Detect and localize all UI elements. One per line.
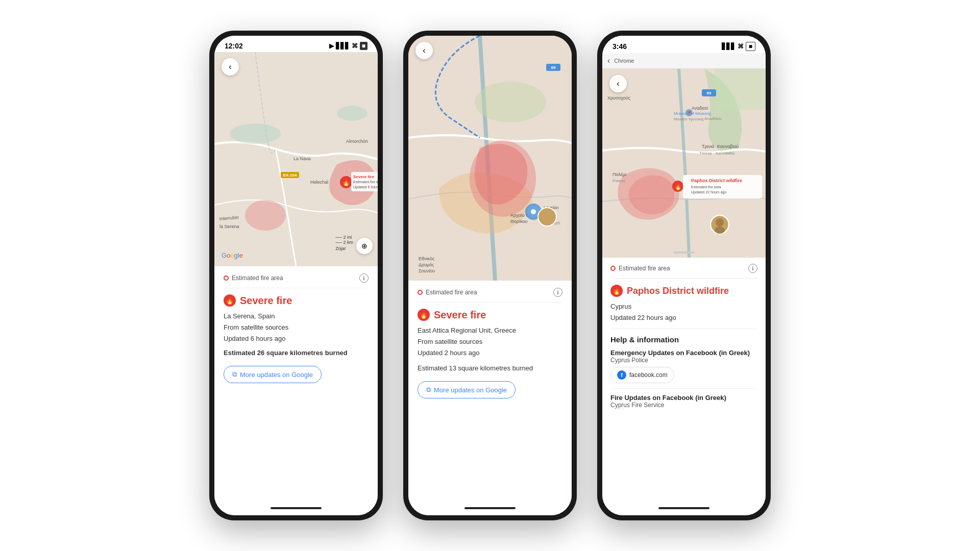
svg-text:Paphos District wildfire: Paphos District wildfire (691, 178, 742, 183)
wifi-icon-1: ⌘ (352, 42, 358, 49)
phone-1: 12:02 ▶ ▋▋▋ ⌘ ■ (209, 31, 383, 520)
svg-text:Πολέμι: Πολέμι (612, 172, 626, 177)
google-logo-1: Google (222, 252, 243, 259)
home-indicator-2 (408, 501, 572, 515)
svg-point-3 (245, 200, 286, 231)
fire-info-3: Cyprus Updated 22 hours ago (610, 301, 757, 323)
back-button-2[interactable]: ‹ (415, 42, 433, 59)
home-indicator-1 (214, 501, 378, 515)
svg-point-58 (715, 227, 725, 234)
wifi-icon-3: ⌘ (738, 43, 744, 50)
fire-title-2: 🔥 Severe fire (418, 309, 562, 321)
compass-button-1[interactable]: ⊕ (356, 238, 373, 254)
fire-dot-2 (418, 290, 423, 295)
info-icon-3[interactable]: ℹ (748, 264, 757, 273)
back-button-3[interactable]: ‹ (609, 75, 627, 92)
fire-dot-3 (610, 266, 616, 271)
info-icon-1[interactable]: ℹ (359, 273, 369, 283)
facebook-icon-1: f (617, 370, 626, 380)
fire-title-3: 🔥 Paphos District wildfire (610, 285, 757, 297)
svg-text:Σουνίου: Σουνίου (419, 268, 435, 273)
svg-text:Estimated fire area: Estimated fire area (353, 180, 378, 184)
more-updates-button-1[interactable]: ⧉ More updates on Google (224, 366, 322, 383)
fire-icon-2: 🔥 (418, 309, 430, 321)
svg-text:EX-104: EX-104 (283, 173, 297, 178)
help-section-3: Help & information Emergency Updates on … (610, 335, 757, 409)
svg-text:Severe fire: Severe fire (353, 174, 374, 179)
svg-point-2 (337, 106, 368, 121)
svg-text:Polemi: Polemi (612, 179, 625, 183)
status-bar-3: 3:46 ▋▋▋ ⌘ ■ (602, 36, 766, 53)
fire-title-1: 🔥 Severe fire (224, 294, 369, 307)
svg-text:Κανναβιού: Κανναβιού (717, 144, 739, 149)
svg-text:📍: 📍 (687, 110, 693, 116)
svg-text:Anadhiou: Anadhiou (704, 116, 722, 121)
battery-icon-1: ■ (360, 42, 368, 50)
svg-text:Τρινιά: Τρινιά (702, 144, 714, 149)
svg-text:Kannaviou: Kannaviou (716, 151, 735, 156)
info-panel-3: Estimated fire area ℹ 🔥 Paphos District … (602, 258, 766, 501)
help-title-3: Help & information (610, 335, 757, 344)
svg-text:89: 89 (551, 65, 556, 70)
svg-rect-34 (715, 69, 766, 110)
external-link-icon-1: ⧉ (232, 370, 237, 379)
home-bar-2 (464, 507, 516, 509)
phone-2: 89 Αρχαίο Θέατρο Θορίκου Lavrion Laurium… (403, 31, 577, 520)
home-bar-1 (271, 507, 322, 509)
chrome-bar: ‹ Chrome (602, 53, 766, 69)
home-bar-3 (658, 507, 709, 509)
svg-text:Almorchón: Almorchón (346, 139, 368, 144)
status-bar-1: 12:02 ▶ ▋▋▋ ⌘ ■ (214, 36, 378, 52)
info-panel-1: Estimated fire area ℹ 🔥 Severe fire La S… (214, 266, 378, 501)
svg-text:🔥: 🔥 (674, 183, 682, 190)
divider-3 (610, 329, 757, 329)
divider-help (610, 388, 757, 389)
fire-dot-1 (224, 276, 229, 281)
signal-icon-3: ▋▋▋ (722, 43, 736, 50)
location-icon-1: ▶ (329, 42, 334, 49)
svg-text:Thrinia: Thrinia (699, 151, 712, 156)
fire-icon-1: 🔥 (224, 294, 236, 307)
svg-text:Μουσείο Υφαντικής: Μουσείο Υφαντικής (674, 117, 704, 121)
status-bar-2 (408, 36, 572, 44)
svg-text:🔥: 🔥 (342, 178, 351, 187)
svg-text:Updated 22 hours ago: Updated 22 hours ago (691, 190, 726, 194)
more-updates-button-2[interactable]: ⧉ More updates on Google (418, 381, 516, 398)
svg-text:Δρυμός: Δρυμός (419, 262, 434, 267)
external-link-icon-2: ⧉ (426, 386, 431, 394)
time-3: 3:46 (612, 42, 627, 51)
map-2: 89 Αρχαίο Θέατρο Θορίκου Lavrion Laurium… (408, 36, 572, 281)
svg-point-20 (475, 82, 546, 122)
phone-3: 3:46 ▋▋▋ ⌘ ■ ‹ Chrome (597, 31, 771, 520)
time-1: 12:02 (225, 42, 243, 50)
fire-area-label-3: Estimated fire area (619, 265, 670, 272)
map-scale-1: ── 2 mi ── 2 km Zújar (335, 235, 353, 251)
fire-area-label-2: Estimated fire area (426, 289, 477, 296)
fire-icon-3: 🔥 (610, 285, 623, 297)
svg-text:Estimated fire area: Estimated fire area (691, 185, 721, 189)
facebook-link-1[interactable]: f facebook.com (610, 367, 674, 383)
svg-text:89: 89 (707, 91, 712, 95)
signal-icon-1: ▋▋▋ (336, 42, 350, 49)
map-3: 89 Αναδιού Anadhiou Τρινιά Thrinia Καννα… (602, 69, 766, 258)
svg-text:Helechal: Helechal (310, 180, 328, 185)
map-1: EX-104 Almorchón La Nava Helechal Interr… (214, 52, 378, 266)
back-button-1[interactable]: ‹ (222, 58, 239, 76)
battery-icon-3: ■ (746, 42, 755, 51)
chrome-label: Chrome (614, 58, 634, 64)
svg-text:Χρυσοχούς: Χρυσοχούς (607, 95, 631, 101)
svg-text:Updated 6 hours ago: Updated 6 hours ago (353, 185, 378, 189)
svg-point-32 (538, 208, 556, 226)
svg-text:Εθνικός: Εθνικός (419, 256, 435, 261)
svg-text:Θορίκου: Θορίκου (510, 219, 528, 224)
help-item-2: Fire Updates on Facebook (in Greek) Cypr… (610, 394, 757, 409)
fire-info-1: La Serena, Spain From satellite sources … (224, 311, 369, 359)
info-icon-2[interactable]: ℹ (553, 288, 562, 297)
svg-point-1 (230, 123, 281, 144)
svg-point-31 (531, 209, 536, 214)
svg-text:La Nava: La Nava (293, 156, 311, 161)
fire-area-label-1: Estimated fire area (232, 274, 283, 282)
fire-info-2: East Attica Regional Unit, Greece From s… (418, 325, 562, 374)
svg-text:Αναδιού: Αναδιού (692, 106, 708, 111)
chrome-back-icon[interactable]: ‹ (607, 56, 610, 65)
